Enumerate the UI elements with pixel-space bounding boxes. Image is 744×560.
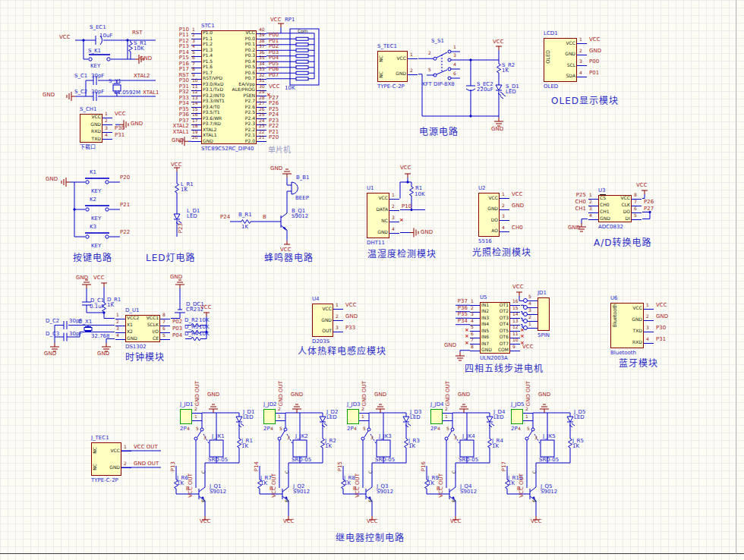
net-label: GND OUT xyxy=(362,381,369,406)
designator-label: TYPE-C-2P xyxy=(91,478,118,483)
value-label: LED xyxy=(326,415,337,420)
pin-number: 5 xyxy=(363,426,366,431)
pin-number: 1 xyxy=(116,313,119,317)
designator-label: J_JD5 xyxy=(511,402,524,407)
net-label: VCC xyxy=(531,519,542,524)
designator-label: Bluetooth xyxy=(610,351,636,356)
pin-number: 1 xyxy=(471,299,474,304)
net-label: VCC OUT xyxy=(355,473,362,498)
net-label: P13 xyxy=(171,461,178,471)
pin-name: P1.6 xyxy=(203,64,213,69)
net-label: GND xyxy=(44,351,56,357)
net-label: GND xyxy=(568,225,580,231)
value-label: 1K xyxy=(502,68,509,74)
net-label: CH0 xyxy=(512,225,523,231)
pin-stub xyxy=(121,451,131,451)
designator-label: D_R4 xyxy=(184,332,198,337)
pin-number: 6 xyxy=(162,326,166,331)
pin-number: 34 xyxy=(259,61,265,66)
pin-name: VCC2 xyxy=(127,316,139,320)
pin-number: 7 xyxy=(471,338,474,342)
pin-number: 4 xyxy=(270,426,273,431)
pin-number: 1 xyxy=(336,303,339,307)
pin-name: P1.3 xyxy=(203,48,213,52)
designator-label: J_JD2 xyxy=(263,402,276,407)
no-connect-icon: × xyxy=(465,328,469,333)
component-J_JD3[interactable] xyxy=(347,409,359,424)
pin-name: AO xyxy=(491,228,498,233)
pin-number: 3 xyxy=(336,326,339,330)
module-title: A/D转换电路 xyxy=(594,238,652,247)
net-label: P20 xyxy=(269,135,279,140)
net-label: P33 xyxy=(345,326,355,331)
pin-name: XTAL1 xyxy=(203,133,216,137)
pin-number: 4 xyxy=(392,227,395,231)
pin-stub xyxy=(500,198,509,199)
component-J_JD2[interactable] xyxy=(263,409,276,424)
pin-stub xyxy=(389,222,399,222)
component-JD1[interactable] xyxy=(538,297,550,331)
pin-number: 22 xyxy=(259,130,265,134)
pin-number: 1 xyxy=(124,445,127,449)
component-J_JD1[interactable] xyxy=(180,409,192,424)
designator-label: LCD1 xyxy=(544,31,558,36)
value-label: 1K xyxy=(181,187,188,193)
value-label: 10K xyxy=(134,46,144,52)
pin-number: 29 xyxy=(259,90,265,94)
pin-name: DO xyxy=(491,218,498,222)
value-label: S9012 xyxy=(377,489,393,495)
designator-label: J_JD3 xyxy=(347,402,360,407)
designator-label: RP1 xyxy=(285,17,295,23)
designator-label: D_R3 xyxy=(184,325,198,330)
pin-number: 2 xyxy=(579,49,582,53)
pin-stub xyxy=(257,141,266,142)
pin-number: 14 xyxy=(192,101,198,105)
designator-label: OLED xyxy=(544,84,558,90)
designator-label: S_C1 xyxy=(74,74,87,79)
pin-number: 2 xyxy=(124,461,127,466)
pin-name: GND xyxy=(127,336,137,341)
pin-stub xyxy=(443,420,452,421)
pin-name: RXD xyxy=(632,340,642,344)
pin-name: NC xyxy=(379,55,386,62)
designator-label: STC89C52RC_DIP40 xyxy=(201,146,254,152)
component-J_JD4[interactable] xyxy=(430,409,443,424)
pin-name: E xyxy=(368,499,375,502)
pin-name: CE xyxy=(153,336,159,341)
net-label: VCC xyxy=(367,519,378,524)
net-label: VCC xyxy=(270,17,282,23)
pin-name: OT5 xyxy=(500,329,509,333)
designator-label: J_JK4 xyxy=(462,434,475,439)
value-label: 11.0592M xyxy=(114,90,140,96)
value-label: BEEP xyxy=(295,196,309,201)
pin-number: 2 xyxy=(361,407,364,411)
pin-number: 7 xyxy=(162,319,166,324)
pin-name: P0.1 xyxy=(245,42,255,46)
designator-label: 2P xyxy=(347,426,354,432)
value-label: 1K xyxy=(325,444,332,449)
pin-name: VCC xyxy=(379,196,388,200)
net-label: GND xyxy=(374,392,386,398)
designator-label: B_R1 xyxy=(238,212,252,218)
designator-label: K2 xyxy=(90,197,96,203)
pin-number: 5 xyxy=(279,426,282,431)
pin-name: GND xyxy=(321,318,332,322)
pin-stub xyxy=(510,351,520,351)
net-label: GND xyxy=(46,177,58,182)
net-label: GND OUT xyxy=(134,461,159,467)
pin-name: VCC1 xyxy=(147,316,159,320)
value-label: 1K xyxy=(177,481,184,486)
value-label: 1K xyxy=(260,481,267,486)
net-label: P20 xyxy=(120,175,130,181)
component-J_JD5[interactable] xyxy=(511,409,523,424)
designator-label: D_C1 xyxy=(90,298,104,304)
pin-stub xyxy=(588,219,598,220)
pin-number: 5 xyxy=(428,68,431,72)
pin-number: 3 xyxy=(579,59,582,64)
value-label: 30pF xyxy=(69,332,82,337)
designator-label: S_TEC1 xyxy=(377,44,397,49)
net-label: GND OUT xyxy=(279,381,285,406)
pin-number: 1 xyxy=(525,414,528,419)
net-label: GND xyxy=(444,343,456,348)
pin-number: 1 xyxy=(579,37,582,42)
